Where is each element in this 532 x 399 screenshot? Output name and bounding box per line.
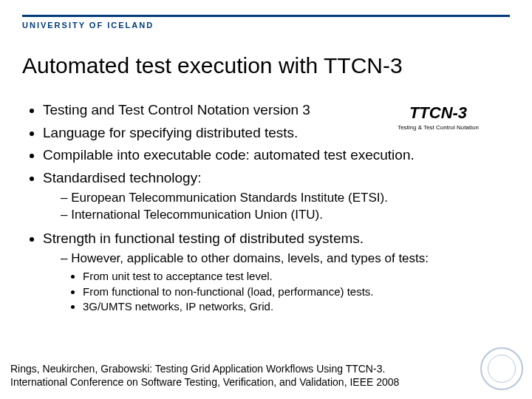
sub-bullet-text: However, applicable to other domains, le… [71,251,429,265]
bullet-text: Standardised technology: [43,170,201,185]
bullet-text: Strength in functional testing of distri… [43,231,364,246]
bullet-item: Strength in functional testing of distri… [43,228,510,314]
sub-sub-bullet-item: 3G/UMTS networks, IP networks, Grid. [83,299,510,314]
slide-title: Automated test execution with TTCN-3 [22,53,403,78]
bullet-item: Language for specifying distributed test… [43,123,510,144]
footer-line: International Conference on Software Tes… [10,376,466,389]
bullet-item: Compilable into executable code: automat… [43,145,510,166]
sub-sub-bullet-item: From unit test to acceptance test level. [83,269,510,284]
footer-line: Rings, Neukirchen, Grabowski: Testing Gr… [10,363,466,376]
sub-sub-bullet-item: From functional to non-functional (load,… [83,284,510,299]
content-body: Testing and Test Control Notation versio… [22,100,510,318]
sub-bullet-item: International Telecommunication Union (I… [61,207,510,224]
university-seal-icon [480,347,523,390]
sub-bullet-item: European Telecommunication Standards Ins… [61,190,510,207]
sub-bullet-item: However, applicable to other domains, le… [61,250,510,314]
header-brand: UNIVERSITY OF ICELAND [22,21,154,30]
bullet-item: Standardised technology: European Teleco… [43,168,510,224]
header-rule [22,15,510,17]
footer-citation: Rings, Neukirchen, Grabowski: Testing Gr… [10,363,466,389]
bullet-item: Testing and Test Control Notation versio… [43,100,510,121]
